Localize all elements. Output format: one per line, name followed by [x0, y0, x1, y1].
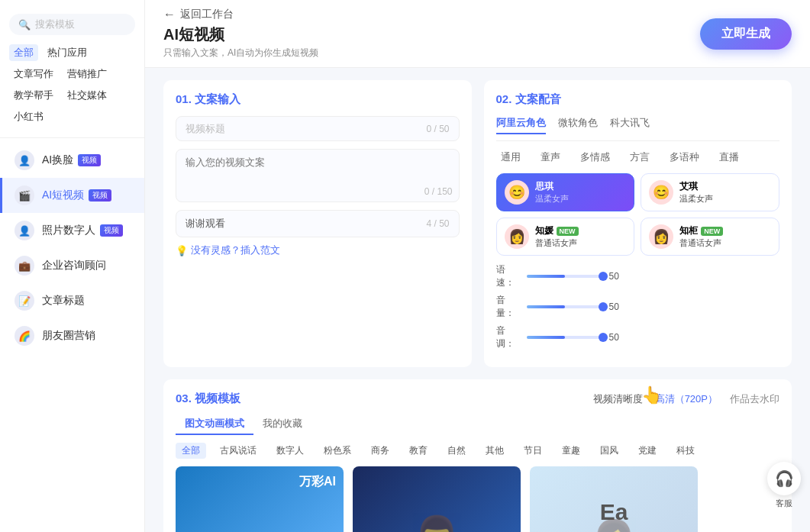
- video-badge: 视频: [100, 224, 123, 237]
- category-国风[interactable]: 国风: [594, 443, 624, 459]
- category-自然[interactable]: 自然: [441, 443, 472, 459]
- template-card-0[interactable]: 万彩AI ai.wancai365.com: [176, 466, 344, 532]
- section01-title: 01. 文案输入: [176, 92, 460, 107]
- voice-char-count: 4 / 50: [426, 218, 449, 229]
- vo-filter-通用[interactable]: 通用: [496, 149, 525, 166]
- voice-card-思琪[interactable]: 😊 思琪 温柔女声: [496, 173, 635, 211]
- mode-tab-图文动画模式[interactable]: 图文动画模式: [176, 414, 253, 435]
- headset-icon: 🎧: [775, 469, 794, 488]
- sidebar-item-label: AI短视频: [42, 189, 84, 202]
- sidebar-item-照片数字人[interactable]: 👤 照片数字人 视频: [0, 213, 144, 248]
- video-badge: 视频: [78, 154, 101, 166]
- sidebar-tag-营销推广[interactable]: 营销推广: [63, 66, 111, 82]
- inspiration-link[interactable]: 💡 没有灵感？插入范文: [176, 243, 460, 257]
- sidebar-item-AI短视频[interactable]: 🎬 AI短视频 视频: [0, 178, 144, 213]
- slider-fill: [527, 336, 565, 339]
- sidebar-item-文章标题[interactable]: 📝 文章标题: [0, 283, 144, 318]
- category-科技[interactable]: 科技: [670, 443, 701, 459]
- tag-filter-group: 全部热门应用文章写作营销推广教学帮手社交媒体小红书: [0, 44, 144, 125]
- slider-thumb: [599, 302, 608, 311]
- sidebar-item-label: 照片数字人: [42, 224, 95, 237]
- video-title-input[interactable]: [186, 123, 426, 134]
- sidebar-item-企业咨询顾问[interactable]: 💼 企业咨询顾问: [0, 248, 144, 283]
- video-content-textarea[interactable]: [186, 156, 450, 194]
- sidebar-item-icon: 💼: [15, 256, 34, 276]
- search-icon: 🔍: [18, 19, 31, 31]
- vo-tab-微软角色[interactable]: 微软角色: [558, 116, 598, 134]
- vo-filter-方言[interactable]: 方言: [625, 149, 654, 166]
- vo-tab-阿里云角色[interactable]: 阿里云角色: [496, 116, 546, 134]
- mode-tabs: 图文动画模式我的收藏: [176, 414, 779, 435]
- category-古风说话[interactable]: 古风说话: [214, 443, 263, 459]
- section-template: 03. 视频模板 视频清晰度 高清（720P） 作品去水印 图文动画模式我的收藏…: [163, 379, 792, 532]
- voice-avatar: 👩: [505, 224, 529, 249]
- voice-text-row[interactable]: 谢谢观看 4 / 50: [176, 210, 460, 237]
- video-title-input-row[interactable]: 0 / 50: [176, 116, 460, 141]
- category-其他[interactable]: 其他: [479, 443, 510, 459]
- sidebar-tag-教学帮手[interactable]: 教学帮手: [9, 87, 58, 104]
- category-教育[interactable]: 教育: [403, 443, 434, 459]
- content-char-count: 0 / 150: [424, 186, 453, 197]
- vo-filter-多情感[interactable]: 多情感: [576, 149, 615, 166]
- sidebar-item-label: 朋友圈营销: [42, 329, 95, 343]
- slider-track[interactable]: [527, 336, 603, 339]
- sidebar-item-AI换脸[interactable]: 👤 AI换脸 视频: [0, 143, 144, 178]
- voice-name: 艾琪: [679, 180, 771, 193]
- support-label: 客服: [776, 498, 792, 509]
- back-label: 返回工作台: [180, 8, 234, 21]
- category-row: 全部古风说话数字人粉色系商务教育自然其他节日童趣国风党建科技: [176, 443, 779, 459]
- slider-row-音调：[interactable]: 音调： 50: [496, 324, 780, 350]
- voice-card-艾琪[interactable]: 😊 艾琪 温柔女声: [641, 173, 779, 211]
- voice-info: 思琪 温柔女声: [535, 180, 627, 205]
- vo-tab-科大讯飞[interactable]: 科大讯飞: [610, 116, 650, 134]
- category-党建[interactable]: 党建: [632, 443, 663, 459]
- slider-label: 音调：: [496, 324, 521, 350]
- video-content-textarea-row[interactable]: 0 / 150: [176, 149, 460, 202]
- quality-value[interactable]: 高清（720P）: [655, 392, 718, 406]
- voice-card-知媛[interactable]: 👩 知媛NEW 普通话女声: [496, 218, 635, 256]
- category-节日[interactable]: 节日: [518, 443, 548, 459]
- voice-info: 知媛NEW 普通话女声: [535, 224, 627, 249]
- category-粉色系[interactable]: 粉色系: [318, 443, 357, 459]
- voice-cards-grid: 😊 思琪 温柔女声 😊 艾琪 温柔女声 👩 知媛NEW 普通话女声 👩 知柜NE…: [496, 173, 780, 256]
- voice-desc: 温柔女声: [535, 193, 627, 205]
- slider-thumb: [599, 272, 608, 281]
- sidebar-tag-社交媒体[interactable]: 社交媒体: [63, 87, 111, 104]
- section03-title: 03. 视频模板: [176, 392, 240, 406]
- sidebar-tag-全部[interactable]: 全部: [9, 44, 38, 61]
- mode-tab-我的收藏[interactable]: 我的收藏: [253, 414, 311, 435]
- template-card-1[interactable]: 👨: [353, 466, 521, 532]
- sidebar-item-label: AI换脸: [42, 153, 73, 167]
- category-数字人[interactable]: 数字人: [270, 443, 310, 459]
- section-voiceover: 02. 文案配音 阿里云角色微软角色科大讯飞 通用童声多情感方言多语种直播 😊 …: [484, 80, 792, 367]
- support-float[interactable]: 🎧 客服: [767, 462, 801, 509]
- vo-filter-多语种[interactable]: 多语种: [665, 149, 704, 166]
- voice-name: 知媛NEW: [535, 224, 627, 237]
- slider-row-语速：[interactable]: 语速： 50: [496, 263, 780, 289]
- search-bar[interactable]: 🔍 搜索模板: [9, 14, 135, 35]
- vo-filter-直播[interactable]: 直播: [715, 149, 744, 166]
- sidebar-item-label: 企业咨询顾问: [42, 259, 106, 272]
- sidebar-tag-小红书[interactable]: 小红书: [9, 108, 48, 125]
- sidebar: 🔍 搜索模板 全部热门应用文章写作营销推广教学帮手社交媒体小红书 👤 AI换脸 …: [0, 0, 145, 532]
- template-card-2[interactable]: Ea 👩: [530, 466, 698, 532]
- sidebar-item-icon: 👤: [15, 221, 34, 240]
- slider-row-音量：[interactable]: 音量： 50: [496, 294, 780, 320]
- voice-avatar: 😊: [649, 180, 673, 205]
- watermark-label[interactable]: 作品去水印: [730, 392, 779, 406]
- slider-track[interactable]: [527, 275, 603, 278]
- generate-button[interactable]: 立即生成: [700, 18, 792, 50]
- back-link[interactable]: ← 返回工作台: [163, 8, 318, 21]
- category-全部[interactable]: 全部: [176, 443, 206, 459]
- slider-label: 音量：: [496, 294, 521, 320]
- sidebar-tag-热门应用[interactable]: 热门应用: [43, 44, 92, 61]
- sidebar-tag-文章写作[interactable]: 文章写作: [9, 66, 58, 82]
- sidebar-item-朋友圈营销[interactable]: 🌈 朋友圈营销: [0, 318, 144, 353]
- support-icon-circle[interactable]: 🎧: [767, 462, 801, 495]
- slider-track[interactable]: [527, 305, 603, 308]
- audio-sliders: 语速： 50 音量： 50 音调： 50: [496, 263, 780, 350]
- voice-card-知柜[interactable]: 👩 知柜NEW 普通话女声: [641, 218, 779, 256]
- category-童趣[interactable]: 童趣: [556, 443, 586, 459]
- category-商务[interactable]: 商务: [365, 443, 395, 459]
- vo-filter-童声[interactable]: 童声: [536, 149, 565, 166]
